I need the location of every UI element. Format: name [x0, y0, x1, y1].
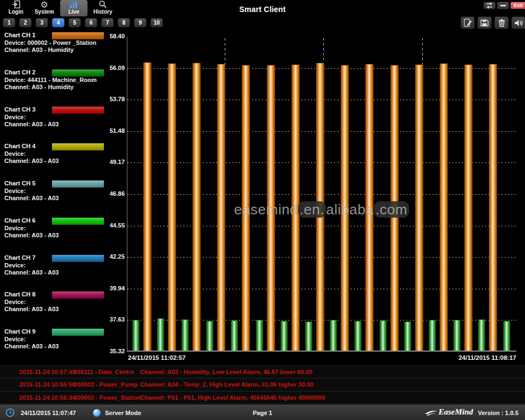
minimize-button[interactable]: [497, 2, 509, 9]
y-axis-tick-label: 53.78: [106, 96, 125, 102]
bar-green: [281, 321, 288, 351]
y-axis-tick-label: 44.55: [106, 222, 125, 229]
edit-button[interactable]: [460, 16, 475, 29]
wing-icon: [424, 409, 439, 417]
channel-device-label: Device:: [4, 150, 26, 157]
page-button-4[interactable]: 4: [52, 18, 65, 27]
channel-color-swatch: [52, 69, 104, 77]
page-button-6[interactable]: 6: [85, 18, 97, 27]
page-button-2[interactable]: 2: [19, 18, 32, 27]
y-axis-tick-label: 51.48: [106, 127, 125, 134]
bar-green: [429, 320, 436, 351]
channel-channel-label: Channel: A03 - Humidity: [4, 46, 74, 53]
page-button-1[interactable]: 1: [3, 18, 15, 27]
channel-channel-label: Channel: A03 - A03: [4, 343, 59, 349]
brand-logo: EaseMind: [424, 407, 473, 417]
bar-green: [305, 322, 312, 351]
x-axis-end-label: 24/11/2015 11:08:17: [458, 354, 516, 361]
page-button-8[interactable]: 8: [118, 18, 130, 27]
channel-device-label: Device: 000002 - Power _Station: [4, 39, 96, 46]
channel-title: Chart CH 9: [4, 328, 36, 335]
y-axis-tick-label: 35.32: [106, 348, 125, 354]
channel-color-swatch: [52, 329, 104, 336]
alarm-message: Channel: A03 - Humidity, Low Level Alarm…: [140, 369, 312, 375]
channel-title: Chart CH 6: [4, 217, 36, 224]
alarm-row-3[interactable]: 2015-11-24 10:56:34000002 - Power_Statio…: [0, 392, 525, 404]
nav-login-button[interactable]: Login: [4, 0, 27, 16]
trash-icon: [498, 19, 506, 27]
alarm-time: 2015-11-24 10:56:34: [19, 394, 75, 401]
alarm-device: 000003 - Power_Pump: [74, 381, 137, 388]
y-axis-tick-label: 42.25: [106, 253, 125, 260]
channel-title: Chart CH 4: [4, 143, 36, 149]
page-button-10[interactable]: 10: [150, 18, 163, 27]
bar-green: [453, 320, 460, 351]
gear-icon: ⚙: [31, 0, 57, 9]
refresh-icon: [484, 2, 495, 9]
y-axis-tick-label: 46.86: [106, 190, 125, 197]
channel-entry-5[interactable]: Chart CH 5Device:Channel: A03 - A03: [0, 180, 127, 214]
bar-green: [231, 320, 238, 351]
bar-green: [503, 321, 510, 351]
bar-green: [132, 320, 139, 351]
page-button-3[interactable]: 3: [36, 18, 48, 27]
alarm-time: 2015-11-24 10:57:49: [19, 369, 75, 375]
bar-green: [182, 319, 189, 351]
alarm-row-1[interactable]: 2015-11-24 10:57:49555111 - Data_CentreC…: [0, 366, 525, 378]
switch-user-button[interactable]: [483, 2, 495, 9]
channel-channel-label: Channel: A03 - A03: [4, 121, 59, 127]
bar-green: [256, 320, 263, 351]
edit-icon: [463, 18, 472, 27]
nav-live-button[interactable]: Live: [60, 0, 88, 16]
y-axis-tick-label: 39.94: [106, 285, 125, 291]
bar-green: [380, 320, 387, 351]
channel-title: Chart CH 7: [4, 254, 36, 261]
sound-button[interactable]: [511, 16, 525, 29]
watermark: easemind.en.alibaba.com: [127, 201, 516, 218]
delete-button[interactable]: [494, 16, 509, 29]
channel-color-swatch: [52, 291, 104, 299]
alarm-message: Channel: A04 - Temp_2, High Level Alarm,…: [140, 381, 313, 388]
channel-title: Chart CH 5: [4, 180, 36, 186]
channel-device-label: Device:: [4, 225, 26, 231]
channel-title: Chart CH 3: [4, 106, 36, 113]
save-button[interactable]: [477, 16, 492, 29]
channel-device-label: Device:: [4, 114, 26, 120]
y-axis-tick-label: 37.63: [106, 316, 125, 323]
channel-title: Chart CH 8: [4, 291, 36, 298]
bar-green: [157, 318, 164, 351]
page-button-7[interactable]: 7: [101, 18, 114, 27]
status-bar: 24/11/2015 11:07:47 Server Mode Page 1 E…: [0, 405, 525, 420]
bar-green: [404, 322, 411, 351]
page-button-9[interactable]: 9: [134, 18, 147, 27]
nav-system-button[interactable]: ⚙ System: [31, 0, 57, 16]
alarm-message: Channel: P01 - P01, High Level Alarm, 45…: [140, 394, 325, 401]
smart-client-window: Smart Client Login ⚙ System Live History…: [0, 0, 525, 420]
channel-color-swatch: [52, 255, 104, 262]
exit-button[interactable]: Exit: [510, 2, 525, 9]
channel-device-label: Device:: [4, 336, 26, 342]
channel-color-swatch: [52, 218, 104, 225]
page-button-5[interactable]: 5: [68, 18, 81, 27]
alarm-row-2[interactable]: 2015-11-24 10:55:56000003 - Power_PumpCh…: [0, 378, 525, 391]
channel-device-label: Device:: [4, 299, 26, 305]
y-axis-tick-label: 56.09: [106, 65, 125, 71]
channel-device-label: Device:: [4, 188, 26, 194]
minimize-icon: [498, 2, 509, 9]
save-icon: [480, 19, 489, 27]
channel-title: Chart CH 1: [4, 32, 36, 38]
x-axis-start-label: 24/11/2015 11:02:57: [128, 354, 186, 361]
alarm-time: 2015-11-24 10:55:56: [19, 381, 75, 388]
channel-channel-label: Channel: A03 - A03: [4, 195, 59, 201]
y-axis-tick-label: 58.40: [106, 33, 125, 39]
channel-entry-9[interactable]: Chart CH 9Device:Channel: A03 - A03: [0, 328, 127, 362]
bar-green: [354, 321, 361, 351]
search-icon: [89, 0, 116, 9]
y-axis-tick-label: 49.17: [106, 159, 125, 165]
channel-device-label: Device: 444111 - Machine_Room: [4, 77, 97, 83]
alarm-log: 2015-11-24 10:57:49555111 - Data_CentreC…: [0, 365, 525, 404]
login-icon: [4, 0, 27, 9]
nav-history-button[interactable]: History: [89, 0, 116, 16]
channel-entry-3[interactable]: Chart CH 3Device:Channel: A03 - A03: [0, 106, 127, 140]
bar-chart-plot: [127, 37, 516, 352]
